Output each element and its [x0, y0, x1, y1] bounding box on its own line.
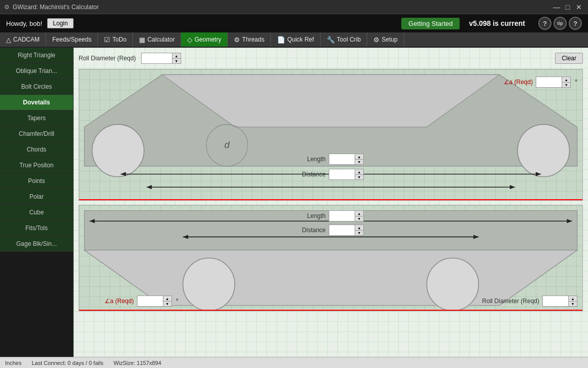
svg-marker-10	[147, 185, 152, 189]
top-angle-up[interactable]: ▲	[562, 77, 570, 82]
nav-cadcam[interactable]: △ CADCAM	[0, 32, 46, 47]
top-diagram-panel: d Length 0 ▲ ▼	[79, 69, 583, 201]
sidebar-item-tapers[interactable]: Tapers	[0, 111, 73, 126]
cadcam-label: CADCAM	[13, 36, 40, 43]
degree-symbol-bottom: °	[176, 298, 179, 305]
svg-point-2	[92, 124, 144, 176]
sidebar-item-points[interactable]: Points	[0, 173, 73, 189]
degree-symbol-top: °	[575, 79, 577, 86]
top-distance-up[interactable]: ▲	[355, 169, 363, 174]
sidebar-item-polar[interactable]: Polar	[0, 189, 73, 205]
threads-icon: ⚙	[234, 36, 240, 44]
bottom-red-line	[79, 310, 582, 311]
bottom-roll-up[interactable]: ▲	[569, 296, 577, 301]
top-angle-input[interactable]: 0 ▲ ▼	[536, 77, 571, 88]
nav-todo[interactable]: ☑ ToDo	[98, 32, 133, 47]
bottom-angle-field[interactable]: 0	[137, 296, 163, 306]
titlebar: ⚙ GWizard: Machinist's Calculator — □ ✕	[0, 0, 588, 14]
setup-icon: ⚙	[373, 36, 379, 44]
nav-quickref[interactable]: 📄 Quick Ref	[271, 32, 321, 47]
top-controls: Roll Diameter (Reqd) 0 ▲ ▼ Clear	[79, 53, 583, 64]
tip-button[interactable]: tip	[554, 17, 567, 30]
sidebar-item-true-position[interactable]: True Positon	[0, 158, 73, 173]
top-length-input[interactable]: 0 ▲ ▼	[329, 154, 364, 165]
nav-calculator[interactable]: ▦ Calculator	[133, 32, 181, 47]
top-angle-down[interactable]: ▼	[562, 82, 570, 87]
calc-label: Calculator	[147, 36, 175, 43]
top-length-down[interactable]: ▼	[355, 159, 363, 164]
bottom-roll-down[interactable]: ▼	[569, 301, 577, 306]
maximize-button[interactable]: □	[563, 2, 573, 12]
bottom-roll-row: Roll Diameter (Reqd) 0 ▲ ▼	[478, 296, 577, 307]
help-button[interactable]: ?	[538, 17, 551, 30]
nav-toolcrib[interactable]: 🔧 Tool Crib	[321, 32, 367, 47]
nav-geometry[interactable]: ◇ Geometry	[181, 32, 228, 47]
bottom-angle-down[interactable]: ▼	[163, 301, 171, 306]
bottom-distance-up[interactable]: ▲	[355, 225, 363, 230]
top-distance-down[interactable]: ▼	[355, 174, 363, 179]
roll-diameter-down[interactable]: ▼	[172, 58, 181, 63]
app-icon: ⚙	[4, 4, 10, 11]
svg-point-15	[427, 258, 478, 311]
bottom-angle-up[interactable]: ▲	[163, 296, 171, 301]
bottom-distance-field[interactable]: 0	[329, 225, 355, 235]
top-diagram-svg: d	[79, 69, 582, 200]
login-button[interactable]: Login	[47, 18, 73, 28]
bottom-length-field[interactable]: 0	[329, 211, 355, 221]
quickref-icon: 📄	[277, 36, 285, 44]
minimize-button[interactable]: —	[551, 2, 562, 12]
info-button[interactable]: ?	[569, 17, 582, 30]
threads-label: Threads	[242, 36, 264, 43]
sidebar-item-right-triangle[interactable]: Right Triangle	[0, 48, 73, 63]
svg-marker-11	[510, 185, 515, 189]
setup-label: Setup	[382, 36, 397, 43]
sidebar-item-bolt-circles[interactable]: Bolt Circles	[0, 79, 73, 95]
top-angle-label: ∠a (Reqd)	[504, 79, 533, 86]
navbar: △ CADCAM Feeds/Speeds ☑ ToDo ▦ Calculato…	[0, 32, 588, 48]
nav-threads[interactable]: ⚙ Threads	[228, 32, 271, 47]
roll-diameter-up[interactable]: ▲	[172, 53, 181, 58]
top-angle-row: ∠a (Reqd) 0 ▲ ▼ °	[504, 77, 578, 88]
roll-diameter-field[interactable]: 0	[142, 53, 172, 63]
version-text: v5.098 is current	[469, 19, 525, 27]
bottom-distance-input[interactable]: 0 ▲ ▼	[329, 225, 364, 236]
top-distance-input[interactable]: 0 ▲ ▼	[329, 169, 364, 180]
sidebar-item-dovetails[interactable]: Dovetails	[0, 95, 73, 111]
nav-setup[interactable]: ⚙ Setup	[367, 32, 404, 47]
clear-button[interactable]: Clear	[555, 53, 583, 64]
content-area: Roll Diameter (Reqd) 0 ▲ ▼ Clear	[74, 48, 588, 357]
svg-point-14	[183, 258, 235, 311]
toolcrib-label: Tool Crib	[337, 36, 361, 43]
bottom-distance-row: Distance 0 ▲ ▼	[298, 225, 364, 236]
getting-started-button[interactable]: Getting Started	[401, 18, 460, 29]
top-length-field[interactable]: 0	[329, 154, 355, 164]
cadcam-icon: △	[6, 36, 11, 44]
sidebar-item-gage-blk[interactable]: Gage Blk/Sin...	[0, 236, 73, 252]
sidebar-item-chamfer-drill[interactable]: Chamfer/Drill	[0, 126, 73, 142]
bottom-roll-input[interactable]: 0 ▲ ▼	[542, 296, 577, 307]
bottom-angle-input[interactable]: 0 ▲ ▼	[137, 296, 172, 307]
bottom-angle-row: ∠a (Reqd) 0 ▲ ▼ °	[105, 296, 179, 307]
sidebar-item-cube[interactable]: Cube	[0, 205, 73, 220]
bottom-length-input[interactable]: 0 ▲ ▼	[329, 210, 364, 222]
sidebar-item-fits-tols[interactable]: Fits/Tols	[0, 220, 73, 236]
sidebar-item-oblique-triangle[interactable]: Oblique Trian...	[0, 63, 73, 79]
bottom-length-up[interactable]: ▲	[355, 211, 363, 216]
svg-text:d: d	[224, 139, 230, 150]
geo-label: Geometry	[194, 36, 221, 43]
bottom-length-down[interactable]: ▼	[355, 216, 363, 221]
bottom-distance-down[interactable]: ▼	[355, 230, 363, 235]
top-distance-field[interactable]: 0	[329, 169, 355, 179]
bottom-roll-field[interactable]: 0	[543, 296, 568, 306]
close-button[interactable]: ✕	[574, 2, 584, 12]
top-distance-row: Distance 0 ▲ ▼	[298, 169, 364, 180]
top-angle-field[interactable]: 0	[536, 77, 562, 87]
feeds-label: Feeds/Speeds	[52, 36, 91, 43]
roll-diameter-input[interactable]: 0 ▲ ▼	[141, 53, 181, 64]
top-length-up[interactable]: ▲	[355, 154, 363, 159]
sidebar-item-chords[interactable]: Chords	[0, 142, 73, 158]
top-red-line	[79, 199, 582, 200]
roll-diameter-label: Roll Diameter (Reqd)	[79, 55, 136, 62]
nav-feeds[interactable]: Feeds/Speeds	[46, 32, 98, 47]
geo-icon: ◇	[187, 36, 192, 44]
